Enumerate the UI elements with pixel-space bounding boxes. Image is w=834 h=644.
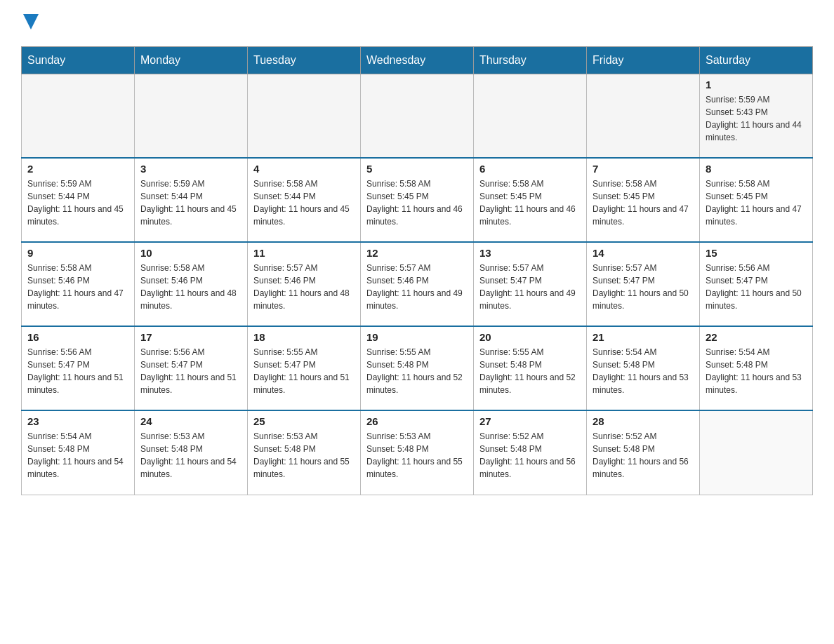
calendar-cell	[587, 74, 700, 158]
calendar-cell: 4Sunrise: 5:58 AMSunset: 5:44 PMDaylight…	[248, 158, 361, 242]
logo-triangle-icon	[23, 14, 39, 29]
day-number: 7	[593, 163, 694, 175]
day-number: 10	[140, 247, 241, 259]
weekday-header-friday: Friday	[587, 46, 700, 74]
calendar-cell	[361, 74, 474, 158]
day-sun-info: Sunrise: 5:58 AMSunset: 5:45 PMDaylight:…	[479, 177, 581, 228]
day-sun-info: Sunrise: 5:58 AMSunset: 5:45 PMDaylight:…	[593, 177, 694, 228]
logo	[21, 14, 39, 32]
calendar-cell: 10Sunrise: 5:58 AMSunset: 5:46 PMDayligh…	[135, 242, 248, 326]
day-sun-info: Sunrise: 5:54 AMSunset: 5:48 PMDaylight:…	[27, 430, 128, 481]
day-sun-info: Sunrise: 5:54 AMSunset: 5:48 PMDaylight:…	[706, 346, 807, 396]
day-number: 15	[706, 247, 807, 259]
calendar-week-row: 2Sunrise: 5:59 AMSunset: 5:44 PMDaylight…	[22, 158, 813, 242]
day-number: 20	[479, 331, 581, 343]
weekday-header-saturday: Saturday	[700, 46, 813, 74]
calendar-cell: 22Sunrise: 5:54 AMSunset: 5:48 PMDayligh…	[700, 326, 813, 410]
calendar-cell: 2Sunrise: 5:59 AMSunset: 5:44 PMDaylight…	[22, 158, 135, 242]
calendar-cell: 3Sunrise: 5:59 AMSunset: 5:44 PMDaylight…	[135, 158, 248, 242]
day-sun-info: Sunrise: 5:56 AMSunset: 5:47 PMDaylight:…	[140, 346, 241, 396]
day-number: 9	[27, 247, 128, 259]
day-sun-info: Sunrise: 5:59 AMSunset: 5:43 PMDaylight:…	[706, 93, 807, 144]
calendar-cell: 6Sunrise: 5:58 AMSunset: 5:45 PMDaylight…	[474, 158, 587, 242]
day-number: 13	[479, 247, 581, 259]
day-sun-info: Sunrise: 5:53 AMSunset: 5:48 PMDaylight:…	[253, 430, 355, 481]
day-sun-info: Sunrise: 5:59 AMSunset: 5:44 PMDaylight:…	[140, 177, 241, 228]
page-header	[21, 14, 813, 32]
day-number: 4	[253, 163, 355, 175]
day-sun-info: Sunrise: 5:55 AMSunset: 5:47 PMDaylight:…	[253, 346, 355, 396]
weekday-header-monday: Monday	[135, 46, 248, 74]
day-sun-info: Sunrise: 5:57 AMSunset: 5:47 PMDaylight:…	[593, 262, 694, 312]
day-sun-info: Sunrise: 5:57 AMSunset: 5:46 PMDaylight:…	[366, 262, 468, 312]
day-number: 19	[366, 331, 468, 343]
weekday-header-thursday: Thursday	[474, 46, 587, 74]
calendar-week-row: 23Sunrise: 5:54 AMSunset: 5:48 PMDayligh…	[22, 410, 813, 495]
calendar-cell	[22, 74, 135, 158]
day-sun-info: Sunrise: 5:59 AMSunset: 5:44 PMDaylight:…	[27, 177, 128, 228]
day-sun-info: Sunrise: 5:56 AMSunset: 5:47 PMDaylight:…	[706, 262, 807, 312]
day-sun-info: Sunrise: 5:58 AMSunset: 5:45 PMDaylight:…	[366, 177, 468, 228]
calendar-cell: 9Sunrise: 5:58 AMSunset: 5:46 PMDaylight…	[22, 242, 135, 326]
day-sun-info: Sunrise: 5:52 AMSunset: 5:48 PMDaylight:…	[593, 430, 694, 481]
calendar-cell: 13Sunrise: 5:57 AMSunset: 5:47 PMDayligh…	[474, 242, 587, 326]
calendar-week-row: 1Sunrise: 5:59 AMSunset: 5:43 PMDaylight…	[22, 74, 813, 158]
calendar-cell: 7Sunrise: 5:58 AMSunset: 5:45 PMDaylight…	[587, 158, 700, 242]
day-sun-info: Sunrise: 5:55 AMSunset: 5:48 PMDaylight:…	[366, 346, 468, 396]
day-sun-info: Sunrise: 5:52 AMSunset: 5:48 PMDaylight:…	[479, 430, 581, 481]
weekday-header-sunday: Sunday	[22, 46, 135, 74]
day-sun-info: Sunrise: 5:57 AMSunset: 5:47 PMDaylight:…	[479, 262, 581, 312]
day-number: 28	[593, 415, 694, 427]
day-number: 12	[366, 247, 468, 259]
day-sun-info: Sunrise: 5:54 AMSunset: 5:48 PMDaylight:…	[593, 346, 694, 396]
calendar-cell: 23Sunrise: 5:54 AMSunset: 5:48 PMDayligh…	[22, 410, 135, 495]
weekday-header-wednesday: Wednesday	[361, 46, 474, 74]
day-number: 17	[140, 331, 241, 343]
calendar-cell: 15Sunrise: 5:56 AMSunset: 5:47 PMDayligh…	[700, 242, 813, 326]
calendar-cell: 24Sunrise: 5:53 AMSunset: 5:48 PMDayligh…	[135, 410, 248, 495]
day-sun-info: Sunrise: 5:55 AMSunset: 5:48 PMDaylight:…	[479, 346, 581, 396]
day-sun-info: Sunrise: 5:58 AMSunset: 5:44 PMDaylight:…	[253, 177, 355, 228]
day-number: 14	[593, 247, 694, 259]
calendar-cell: 21Sunrise: 5:54 AMSunset: 5:48 PMDayligh…	[587, 326, 700, 410]
calendar-cell	[248, 74, 361, 158]
day-number: 26	[366, 415, 468, 427]
day-sun-info: Sunrise: 5:56 AMSunset: 5:47 PMDaylight:…	[27, 346, 128, 396]
day-number: 2	[27, 163, 128, 175]
calendar-cell: 1Sunrise: 5:59 AMSunset: 5:43 PMDaylight…	[700, 74, 813, 158]
calendar-cell: 12Sunrise: 5:57 AMSunset: 5:46 PMDayligh…	[361, 242, 474, 326]
calendar-cell: 5Sunrise: 5:58 AMSunset: 5:45 PMDaylight…	[361, 158, 474, 242]
day-number: 11	[253, 247, 355, 259]
calendar-table: SundayMondayTuesdayWednesdayThursdayFrid…	[21, 46, 813, 495]
day-number: 5	[366, 163, 468, 175]
calendar-cell: 8Sunrise: 5:58 AMSunset: 5:45 PMDaylight…	[700, 158, 813, 242]
day-number: 3	[140, 163, 241, 175]
calendar-cell: 14Sunrise: 5:57 AMSunset: 5:47 PMDayligh…	[587, 242, 700, 326]
day-number: 8	[706, 163, 807, 175]
calendar-cell: 11Sunrise: 5:57 AMSunset: 5:46 PMDayligh…	[248, 242, 361, 326]
day-number: 25	[253, 415, 355, 427]
day-sun-info: Sunrise: 5:58 AMSunset: 5:46 PMDaylight:…	[27, 262, 128, 312]
weekday-header-row: SundayMondayTuesdayWednesdayThursdayFrid…	[22, 46, 813, 74]
calendar-week-row: 16Sunrise: 5:56 AMSunset: 5:47 PMDayligh…	[22, 326, 813, 410]
calendar-cell: 16Sunrise: 5:56 AMSunset: 5:47 PMDayligh…	[22, 326, 135, 410]
calendar-cell	[474, 74, 587, 158]
day-number: 16	[27, 331, 128, 343]
weekday-header-tuesday: Tuesday	[248, 46, 361, 74]
calendar-cell: 28Sunrise: 5:52 AMSunset: 5:48 PMDayligh…	[587, 410, 700, 495]
day-sun-info: Sunrise: 5:57 AMSunset: 5:46 PMDaylight:…	[253, 262, 355, 312]
calendar-cell: 27Sunrise: 5:52 AMSunset: 5:48 PMDayligh…	[474, 410, 587, 495]
calendar-week-row: 9Sunrise: 5:58 AMSunset: 5:46 PMDaylight…	[22, 242, 813, 326]
calendar-cell: 17Sunrise: 5:56 AMSunset: 5:47 PMDayligh…	[135, 326, 248, 410]
day-number: 23	[27, 415, 128, 427]
day-number: 27	[479, 415, 581, 427]
day-sun-info: Sunrise: 5:53 AMSunset: 5:48 PMDaylight:…	[140, 430, 241, 481]
calendar-cell: 26Sunrise: 5:53 AMSunset: 5:48 PMDayligh…	[361, 410, 474, 495]
day-number: 22	[706, 331, 807, 343]
day-number: 21	[593, 331, 694, 343]
calendar-cell: 25Sunrise: 5:53 AMSunset: 5:48 PMDayligh…	[248, 410, 361, 495]
calendar-cell	[135, 74, 248, 158]
calendar-cell: 19Sunrise: 5:55 AMSunset: 5:48 PMDayligh…	[361, 326, 474, 410]
day-number: 6	[479, 163, 581, 175]
calendar-cell: 20Sunrise: 5:55 AMSunset: 5:48 PMDayligh…	[474, 326, 587, 410]
